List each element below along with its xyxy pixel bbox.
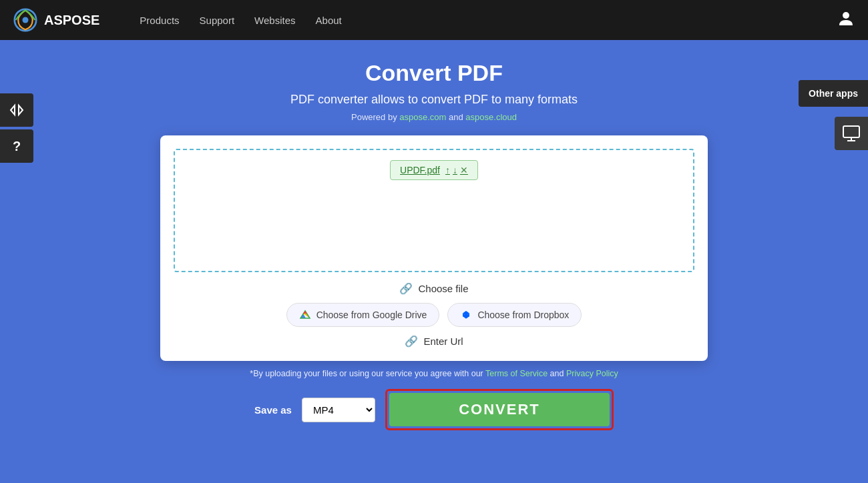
- remove-file-icon[interactable]: ✕: [460, 165, 468, 175]
- aspose-cloud-link[interactable]: aspose.cloud: [465, 112, 517, 122]
- format-select[interactable]: MP4 MP3 AVI MOV GIF DOCX PPTX XLSX JPG P…: [302, 398, 375, 422]
- help-side-button[interactable]: ?: [0, 129, 33, 163]
- terms-of-service-link[interactable]: Terms of Service: [485, 369, 548, 378]
- terms-text: *By uploading your files or using our se…: [250, 369, 618, 378]
- question-mark-icon: ?: [13, 139, 21, 154]
- move-down-icon[interactable]: ↓: [453, 165, 457, 175]
- file-chip-label: UPDF.pdf: [400, 165, 440, 175]
- terms-prefix: *By uploading your files or using our se…: [250, 369, 483, 378]
- privacy-policy-link[interactable]: Privacy Policy: [566, 369, 618, 378]
- other-apps-panel[interactable]: Other apps: [799, 80, 868, 107]
- nav-websites[interactable]: Websites: [254, 15, 295, 26]
- choose-file-label: Choose file: [418, 283, 468, 294]
- file-chip[interactable]: UPDF.pdf ↑ ↓ ✕: [390, 160, 478, 180]
- page-subtitle: PDF converter allows to convert PDF to m…: [290, 93, 578, 107]
- convert-button[interactable]: CONVERT: [389, 393, 610, 426]
- file-actions: 🔗 Choose file Choose from Google Drive: [174, 282, 694, 348]
- svg-marker-3: [11, 105, 15, 115]
- aspose-com-link[interactable]: aspose.com: [399, 112, 446, 122]
- nav-products[interactable]: Products: [140, 15, 179, 26]
- brand-name: ASPOSE: [44, 13, 99, 28]
- svg-marker-4: [19, 105, 23, 115]
- powered-by-label: Powered by: [351, 112, 397, 122]
- drop-zone[interactable]: UPDF.pdf ↑ ↓ ✕: [174, 149, 694, 272]
- and-separator: and: [449, 112, 463, 122]
- brand-logo[interactable]: ASPOSE: [13, 8, 99, 32]
- aspose-logo-icon: [13, 8, 37, 32]
- upload-card: UPDF.pdf ↑ ↓ ✕ 🔗 Choose file: [160, 135, 708, 361]
- google-drive-icon: [299, 309, 311, 321]
- convert-button-wrapper: CONVERT: [385, 389, 614, 430]
- convert-section: Save as MP4 MP3 AVI MOV GIF DOCX PPTX XL…: [254, 389, 614, 430]
- url-link-icon: 🔗: [405, 335, 418, 348]
- svg-point-2: [843, 12, 849, 19]
- nav-about[interactable]: About: [316, 15, 342, 26]
- monitor-icon-button[interactable]: [835, 117, 868, 150]
- user-icon[interactable]: [837, 9, 855, 31]
- nav-links: Products Support Websites About: [140, 15, 341, 26]
- main-content: Convert PDF PDF converter allows to conv…: [0, 40, 868, 483]
- terms-and: and: [550, 369, 564, 378]
- choose-file-button[interactable]: 🔗 Choose file: [399, 282, 468, 295]
- google-drive-button[interactable]: Choose from Google Drive: [286, 303, 440, 327]
- side-buttons: ?: [0, 93, 33, 163]
- enter-url-button[interactable]: 🔗 Enter Url: [405, 335, 463, 348]
- cloud-buttons: Choose from Google Drive Choose from Dro…: [286, 303, 582, 327]
- other-apps-label: Other apps: [809, 88, 858, 99]
- nav-right: [837, 9, 855, 31]
- svg-rect-5: [843, 126, 859, 137]
- code-side-button[interactable]: [0, 93, 33, 127]
- nav-support[interactable]: Support: [200, 15, 235, 26]
- dropbox-button[interactable]: Choose from Dropbox: [447, 303, 582, 327]
- google-drive-label: Choose from Google Drive: [316, 310, 427, 320]
- move-up-icon[interactable]: ↑: [445, 165, 450, 175]
- navbar: ASPOSE Products Support Websites About: [0, 0, 868, 40]
- save-as-label: Save as: [254, 404, 292, 416]
- dropbox-label: Choose from Dropbox: [477, 310, 569, 320]
- dropbox-icon: [460, 309, 472, 321]
- file-chip-actions: ↑ ↓ ✕: [445, 165, 468, 175]
- enter-url-label: Enter Url: [423, 336, 463, 347]
- page-title: Convert PDF: [365, 60, 503, 86]
- link-icon: 🔗: [399, 282, 413, 295]
- svg-point-1: [23, 17, 29, 23]
- powered-by-text: Powered by aspose.com and aspose.cloud: [351, 112, 517, 122]
